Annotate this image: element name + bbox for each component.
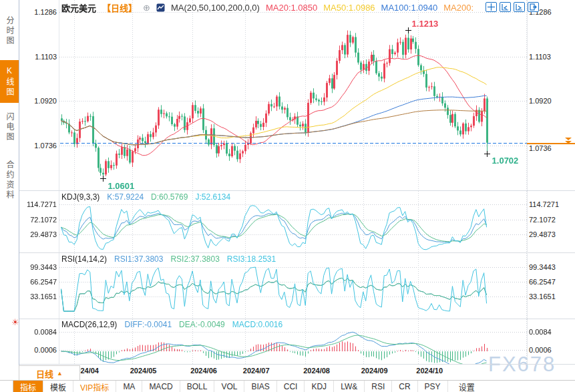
tab-indicator[interactable]: 指标 [13, 381, 43, 392]
symbol-name: 欧元美元 [61, 1, 96, 14]
axis-tick-label: 0.0084 [19, 327, 57, 337]
axis-tick-label: 99.3443 [529, 262, 556, 272]
tab-cci[interactable]: CCI [277, 381, 305, 392]
kdj-legend: KDJ(9,3,3) K:57.9224 D:60.5769 J:52.6134 [61, 192, 230, 202]
x-axis-month-label: 2024/05 [130, 367, 157, 375]
annotation-low-last: 1.0702 [492, 156, 519, 166]
x-axis-month-label: 2024/06 [190, 367, 217, 375]
tab-template[interactable]: 模板 [43, 381, 73, 392]
tab-cr[interactable]: CR [392, 381, 417, 392]
axis-tick-label: 66.2547 [529, 277, 556, 286]
sidebar-item-time-chart[interactable]: 分时图 [0, 4, 19, 57]
axis-tick-label: 114.7271 [19, 200, 57, 209]
axis-tick-label: 1.0736 [19, 141, 57, 150]
tab-vip-indicator[interactable]: VIP指标 [73, 381, 116, 392]
rsi2-value: RSI2:37.3803 [170, 254, 219, 264]
period-label: 日线 [36, 367, 53, 380]
axis-tick-label: 33.1651 [19, 292, 57, 301]
low-april-cross-marker [100, 176, 106, 182]
rsi-name: RSI(14,14,2) [61, 254, 107, 264]
sidebar-item-contract-info[interactable]: 合约资料 [0, 151, 19, 210]
axis-tick-label: 72.1072 [529, 215, 556, 224]
tab-settings[interactable]: 设置 [452, 381, 482, 392]
axis-tick-label: 0.0006 [19, 345, 57, 355]
ma-settings-label: MA(20,50,100,200,0,0) [171, 3, 260, 13]
annotation-low-april: 1.0601 [108, 181, 134, 191]
trading-app-window: 分时图 K线图 闪电图 合约资料 欧元美元 【日线】 ⊕ MA(20,50,10… [0, 0, 575, 392]
low-last-cross-marker [484, 151, 490, 157]
page-forward-icon[interactable] [528, 2, 539, 12]
tab-vol[interactable]: VOL [214, 381, 244, 392]
axis-tick-label: 33.1651 [529, 292, 556, 301]
axis-tick-label: 0.0006 [529, 345, 552, 355]
rsi-legend: RSI(14,14,2) RSI1:37.3803 RSI2:37.3803 R… [61, 254, 276, 264]
indicator-toolbar: 指标 模板 VIP指标 MA MACD BOLL VOL BIAS CCI KD… [0, 380, 575, 392]
tab-macd[interactable]: MACD [142, 381, 180, 392]
ma100-value: MA100:1.0940 [381, 3, 438, 13]
x-axis-month-label: 2024/07 [243, 367, 270, 375]
macd-name: MACD(26,12,9) [61, 320, 117, 329]
axis-tick-label: 1.1286 [19, 7, 57, 17]
kdj-k-value: K:57.9224 [107, 192, 144, 202]
x-axis-month-label: 2024/09 [361, 367, 388, 375]
x-axis-month-label: 2024/10 [416, 367, 443, 375]
rsi1-value: RSI1:37.3803 [114, 254, 163, 264]
axis-tick-label: 1.0920 [529, 96, 552, 106]
zoom-in-icon[interactable] [514, 2, 525, 12]
right-axis-border [527, 0, 528, 364]
axis-tick-label: 114.7271 [529, 200, 559, 209]
axis-tick-label: 1.0736 [529, 144, 552, 153]
axis-tick-label: 29.4873 [19, 230, 57, 239]
chart-toolbar-icons [486, 2, 539, 12]
add-compare-icon[interactable]: ⊕ [143, 3, 150, 13]
x-axis-month-label: 2024/08 [303, 367, 330, 375]
sidebar-item-lightning-chart[interactable]: 闪电图 [0, 106, 19, 148]
tab-psy[interactable]: PSY [418, 381, 448, 392]
axis-tick-label: 99.3443 [19, 262, 57, 272]
panel-divider [19, 252, 575, 253]
axis-tick-label: 66.2547 [19, 277, 57, 286]
axis-tick-label: 0.0084 [529, 327, 552, 337]
ma-chart-icon[interactable] [156, 3, 165, 12]
tab-rsi[interactable]: RSI [365, 381, 392, 392]
main-price-chart[interactable] [59, 0, 527, 190]
axis-tick-label: 29.4873 [529, 230, 556, 239]
tab-lw[interactable]: LW& [334, 381, 365, 392]
current-price-marker-icon [565, 138, 572, 144]
chart-header: 欧元美元 【日线】 ⊕ MA(20,50,100,200,0,0) MA20:1… [61, 2, 473, 13]
macd-legend: MACD(26,12,9) DIFF:-0.0041 DEA:-0.0049 M… [61, 320, 282, 329]
period-tag: 【日线】 [102, 1, 137, 14]
tab-bias[interactable]: BIAS [244, 381, 276, 392]
crosshair-icon[interactable] [486, 2, 497, 12]
panel-divider [19, 364, 575, 365]
rsi3-value: RSI3:18.2531 [227, 254, 276, 264]
axis-tick-label: 1.0920 [19, 96, 57, 106]
sidebar-item-kline-chart[interactable]: K线图 [0, 60, 19, 103]
kdj-j-value: J:52.6134 [195, 192, 230, 202]
panel-divider [19, 319, 575, 319]
period-dropdown-button[interactable]: 日线 ▲ [19, 365, 80, 381]
macd-diff-value: DIFF:-0.0041 [124, 320, 172, 329]
axis-tick-label: 1.1103 [19, 52, 57, 61]
axis-tick-label: 72.1072 [19, 215, 57, 224]
ma20-value: MA20:1.0850 [266, 3, 317, 13]
macd-dea-value: DEA:-0.0049 [179, 320, 225, 329]
tab-ma[interactable]: MA [116, 381, 142, 392]
tab-boll[interactable]: BOLL [180, 381, 215, 392]
price-alert-icon[interactable]: ☀ [11, 317, 19, 327]
ma50-value: MA50:1.0986 [323, 3, 375, 13]
dropdown-arrow-icon: ▲ [57, 370, 63, 377]
kdj-d-value: D:60.5769 [151, 192, 188, 202]
high-september-cross-marker [405, 27, 411, 33]
kdj-name: KDJ(9,3,3) [61, 192, 100, 202]
macd-value: MACD:0.0016 [232, 320, 282, 329]
annotation-high-september: 1.1213 [412, 19, 439, 29]
panel-divider [19, 190, 575, 191]
toolbar-spacer [0, 381, 13, 392]
zoom-out-icon[interactable] [500, 2, 511, 12]
ma200-value: MA200: [443, 3, 473, 13]
axis-tick-label: 1.1103 [529, 52, 551, 61]
tab-kdj[interactable]: KDJ [305, 381, 334, 392]
